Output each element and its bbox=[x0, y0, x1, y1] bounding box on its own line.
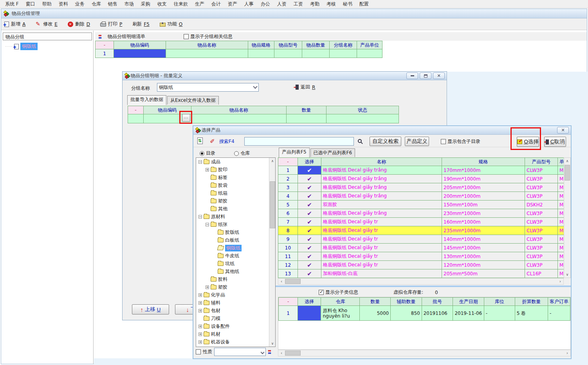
tree-node[interactable]: −塑胶 bbox=[196, 197, 269, 205]
tree-node[interactable]: +机器设备 bbox=[196, 338, 269, 346]
custom-search-button[interactable]: 自定义检索 bbox=[370, 137, 401, 146]
selected-cell[interactable] bbox=[114, 49, 166, 58]
menu-item[interactable]: 资料 bbox=[55, 0, 72, 8]
toolbar-button-edit[interactable]: 修改E bbox=[36, 21, 58, 27]
select-check-cell[interactable]: ✔ bbox=[298, 226, 321, 235]
table-row[interactable] bbox=[128, 114, 399, 123]
radio-warehouse[interactable]: 仓库 bbox=[234, 150, 250, 157]
scroll-up-icon[interactable]: ∧ bbox=[564, 158, 570, 164]
expand-icon[interactable]: + bbox=[198, 293, 202, 297]
select-check-cell[interactable]: ✔ bbox=[298, 175, 321, 183]
tree-node[interactable]: +耗材 bbox=[196, 330, 269, 338]
tab-从Excel文件读入数据[interactable]: 从Excel文件读入数据 bbox=[167, 96, 219, 105]
select-check-cell[interactable]: ✔ bbox=[298, 166, 321, 175]
stock-row[interactable]: 1原料仓 Kho nguyên li?u5000850201911062019-… bbox=[279, 306, 570, 321]
expand-icon[interactable]: + bbox=[198, 301, 202, 305]
tree-node[interactable]: −刀模 bbox=[196, 314, 269, 322]
toolbar-button-delete[interactable]: 删除D bbox=[68, 21, 90, 27]
menu-item[interactable]: 配置 bbox=[356, 0, 372, 8]
tree-node[interactable]: −其他 bbox=[196, 205, 269, 213]
menu-item[interactable]: 资产 bbox=[224, 0, 241, 8]
tree-node[interactable]: +设备配件 bbox=[196, 322, 269, 330]
select-check-cell[interactable]: ✔ bbox=[298, 209, 321, 218]
menu-item[interactable]: 销售 bbox=[105, 0, 121, 8]
scroll-right-icon[interactable]: › bbox=[557, 278, 563, 284]
menu-item[interactable]: 系统 F bbox=[2, 0, 22, 8]
group-name-combobox[interactable]: 铜版纸 bbox=[157, 83, 259, 92]
tree-node[interactable]: −胶袋 bbox=[196, 181, 269, 189]
tree-scrollbar[interactable]: ∧ ∨ bbox=[269, 158, 275, 347]
menu-item[interactable]: 秘书 bbox=[339, 0, 356, 8]
tree-node[interactable]: −原材料 bbox=[196, 213, 269, 220]
collapse-icon[interactable]: − bbox=[206, 223, 209, 226]
product-define-button[interactable]: 产品定义 bbox=[405, 137, 429, 146]
expand-icon[interactable]: + bbox=[206, 168, 209, 172]
product-row[interactable]: 2✔格底铜版纸 Decal giấy trắng190mm*1000mCLW3P… bbox=[278, 175, 566, 183]
tree-node[interactable]: −标签 bbox=[196, 173, 269, 181]
menu-item[interactable]: 工资 bbox=[290, 0, 307, 8]
show-subgroup-checkbox[interactable] bbox=[184, 34, 189, 39]
scroll-thumb[interactable] bbox=[270, 181, 275, 228]
scroll-left-icon[interactable]: ‹ bbox=[278, 350, 285, 356]
toolbar-button-func[interactable]: 功能O bbox=[160, 21, 182, 27]
scroll-down-icon[interactable]: ∨ bbox=[564, 271, 570, 278]
restore-button[interactable] bbox=[420, 72, 431, 79]
radio-directory[interactable]: 目录 bbox=[200, 150, 215, 157]
menu-item[interactable]: 会计 bbox=[208, 0, 224, 8]
scroll-thumb[interactable] bbox=[285, 279, 301, 284]
group-tree-item[interactable]: ····· 铜版纸 bbox=[5, 43, 38, 50]
product-row[interactable]: 1✔格底铜版纸 Decal giấy trắng170mm*1000mCLW3P… bbox=[278, 166, 566, 175]
tab-产品列表F5[interactable]: 产品列表F5 bbox=[279, 148, 310, 157]
tree-node[interactable]: −胶料 bbox=[196, 275, 269, 283]
select-check-cell[interactable]: ✔ bbox=[298, 252, 321, 261]
menu-item[interactable]: 生产 bbox=[191, 0, 208, 8]
menu-item[interactable]: 仓库 bbox=[88, 0, 105, 8]
close-button[interactable]: ✕ bbox=[433, 72, 445, 79]
product-row[interactable]: 12✔格底铜版纸 Decal giấy tr120mm*1000mCLW3PM bbox=[278, 261, 566, 269]
tree-node[interactable]: +塑胶 bbox=[196, 283, 269, 291]
menu-item[interactable]: 帮助 bbox=[39, 0, 55, 8]
product-row[interactable]: 7✔格底铜版纸 Decal giấy tr160mm*1000mCLW3PM bbox=[278, 218, 566, 226]
menu-item[interactable]: 办公 bbox=[257, 0, 274, 8]
scroll-left-icon[interactable]: ‹ bbox=[278, 278, 285, 284]
product-scrollbar[interactable]: ∧ ∨ bbox=[564, 157, 571, 278]
search-input[interactable] bbox=[244, 137, 354, 146]
product-row[interactable]: 5✔双面胶150mm*100mDSKH2M bbox=[278, 201, 566, 209]
tree-node[interactable]: −成品 bbox=[196, 158, 269, 166]
menu-item[interactable]: 市场 bbox=[121, 0, 137, 8]
tree-node[interactable]: −铜版纸 bbox=[196, 244, 269, 252]
collapse-icon[interactable]: − bbox=[198, 215, 202, 219]
menu-item[interactable]: 人事 bbox=[241, 0, 257, 8]
tree-node[interactable]: +胶印 bbox=[196, 166, 269, 173]
expand-icon[interactable]: + bbox=[206, 285, 209, 289]
product-hscrollbar[interactable]: ‹ › bbox=[278, 278, 564, 285]
toolbar-button-new[interactable]: 新增A bbox=[4, 21, 25, 27]
menu-item[interactable]: 往来款 bbox=[170, 0, 191, 8]
tree-node[interactable]: −其他纸 bbox=[196, 267, 269, 275]
scroll-thumb[interactable] bbox=[565, 165, 570, 181]
expand-icon[interactable]: + bbox=[198, 340, 202, 344]
selected-cell[interactable] bbox=[298, 306, 321, 321]
toolbar-button-print[interactable]: 打印P bbox=[100, 21, 122, 27]
tree-node[interactable]: +辅料 bbox=[196, 299, 269, 307]
expand-icon[interactable]: + bbox=[198, 332, 202, 336]
show-subclass-checkbox[interactable] bbox=[319, 290, 324, 295]
select-check-cell[interactable]: ✔ bbox=[298, 218, 321, 226]
tree-node[interactable]: −白板纸 bbox=[196, 236, 269, 244]
product-row[interactable]: 10✔格底铜版纸 Decal giấy tr145mm*1000mCLW3PM bbox=[278, 244, 566, 252]
product-row[interactable]: 8✔格底铜版纸 Decal giấy tr235mm*1000mCLW3PM bbox=[278, 226, 566, 235]
search-icon[interactable] bbox=[358, 139, 362, 143]
select-check-cell[interactable]: ✔ bbox=[298, 183, 321, 192]
minimize-button[interactable] bbox=[406, 72, 418, 79]
return-button[interactable]: 返回 R bbox=[296, 84, 315, 90]
table-row[interactable]: 1 bbox=[96, 49, 382, 58]
menu-item[interactable]: 人资 bbox=[274, 0, 290, 8]
expand-icon[interactable]: + bbox=[198, 325, 202, 328]
menu-item[interactable]: 考勤 bbox=[307, 0, 323, 8]
select-check-cell[interactable]: ✔ bbox=[298, 261, 321, 269]
tree-node[interactable]: −胶版纸 bbox=[196, 228, 269, 236]
collapse-icon[interactable]: − bbox=[198, 160, 202, 164]
scroll-up-icon[interactable]: ∧ bbox=[269, 158, 276, 164]
select-check-cell[interactable]: ✔ bbox=[298, 269, 321, 278]
show-subclass-checkbox-row[interactable]: 显示分子类信息 bbox=[319, 289, 358, 296]
